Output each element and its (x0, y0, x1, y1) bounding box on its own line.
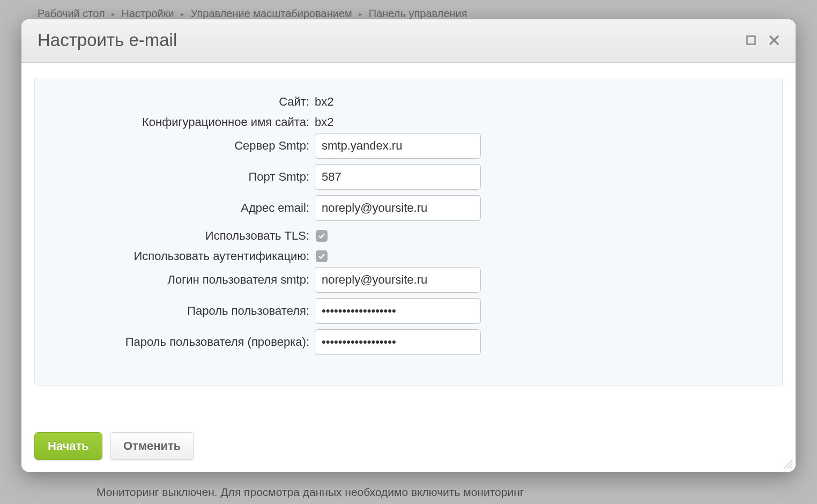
password-confirm-input[interactable] (315, 329, 481, 355)
password-input[interactable] (315, 298, 481, 324)
row-site: Сайт: bx2 (48, 92, 769, 112)
row-config-name: Конфигурационное имя сайта: bx2 (48, 113, 769, 132)
label-use-tls: Использовать TLS: (48, 228, 315, 244)
label-password-confirm: Пароль пользователя (проверка): (48, 335, 315, 350)
label-config-name: Конфигурационное имя сайта: (48, 115, 315, 130)
use-auth-checkbox[interactable] (316, 250, 328, 262)
smtp-port-input[interactable] (315, 164, 481, 190)
value-site: bx2 (315, 95, 333, 109)
modal-body: Сайт: bx2 Конфигурационное имя сайта: bx… (21, 63, 796, 423)
cancel-button[interactable]: Отменить (110, 432, 195, 460)
smtp-login-input[interactable] (315, 267, 481, 293)
modal-footer: Начать Отменить (21, 423, 796, 472)
modal-header: Настроить e-mail (21, 19, 796, 63)
row-email: Адрес email: (48, 195, 769, 221)
label-use-auth: Использовать аутентификацию: (48, 249, 315, 264)
label-password: Пароль пользователя: (48, 303, 315, 319)
close-icon[interactable] (769, 35, 779, 46)
label-site: Сайт: (48, 94, 315, 110)
row-use-auth: Использовать аутентификацию: (48, 247, 769, 266)
modal-title: Настроить e-mail (38, 30, 177, 50)
email-settings-modal: Настроить e-mail Сайт: bx2 Конфигурацион… (21, 19, 796, 472)
label-email: Адрес email: (48, 201, 315, 216)
maximize-icon[interactable] (746, 35, 756, 45)
value-config-name: bx2 (315, 115, 333, 129)
start-button[interactable]: Начать (34, 432, 102, 460)
row-smtp-login: Логин пользователя smtp: (48, 267, 769, 293)
label-smtp-login: Логин пользователя smtp: (48, 272, 315, 288)
use-tls-checkbox[interactable] (316, 230, 328, 242)
row-password: Пароль пользователя: (48, 298, 769, 324)
svg-rect-0 (747, 36, 755, 45)
smtp-server-input[interactable] (315, 133, 481, 159)
email-form-panel: Сайт: bx2 Конфигурационное имя сайта: bx… (34, 78, 783, 386)
row-use-tls: Использовать TLS: (48, 226, 769, 246)
email-input[interactable] (315, 195, 481, 221)
row-smtp-port: Порт Smtp: (48, 164, 769, 190)
label-smtp-port: Порт Smtp: (48, 169, 315, 185)
label-smtp-server: Сервер Smtp: (48, 138, 315, 154)
row-smtp-server: Сервер Smtp: (48, 133, 769, 159)
resize-handle-icon[interactable] (782, 458, 793, 470)
row-password-confirm: Пароль пользователя (проверка): (48, 329, 769, 355)
modal-window-controls (746, 35, 779, 46)
